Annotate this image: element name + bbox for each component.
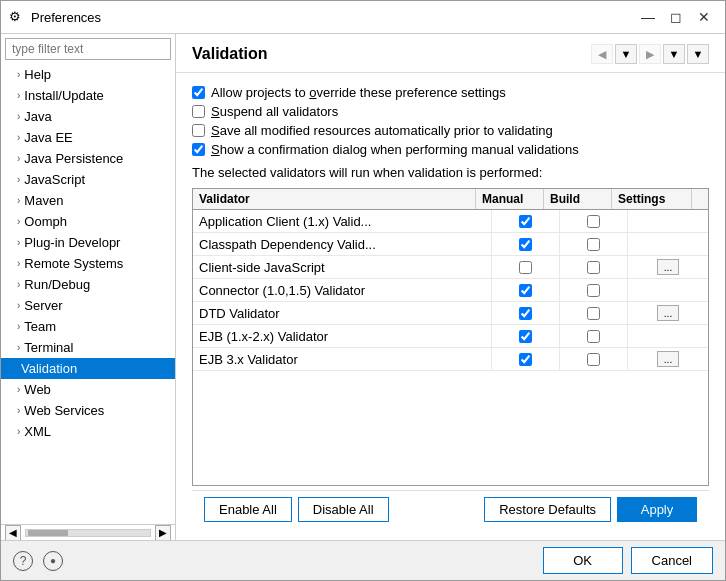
manual-checkbox[interactable] xyxy=(519,238,532,251)
right-panel: Validation ◀ ▼ ▶ ▼ ▼ Allow projects to o… xyxy=(176,34,725,540)
build-checkbox[interactable] xyxy=(587,238,600,251)
sidebar-tree: ›Help›Install/Update›Java›Java EE›Java P… xyxy=(1,64,175,524)
manual-checkbox[interactable] xyxy=(519,307,532,320)
cancel-button[interactable]: Cancel xyxy=(631,547,713,574)
cell-manual xyxy=(492,348,560,370)
footer-icons: ? ● xyxy=(13,551,63,571)
cell-settings: ... xyxy=(628,256,708,278)
enable-all-button[interactable]: Enable All xyxy=(204,497,292,522)
sidebar-item-label: Plug-in Developr xyxy=(24,235,120,250)
restore-defaults-button[interactable]: Restore Defaults xyxy=(484,497,611,522)
tree-arrow: › xyxy=(17,279,20,290)
back-button[interactable]: ◀ xyxy=(591,44,613,64)
back-dropdown-button[interactable]: ▼ xyxy=(615,44,637,64)
sidebar-item-remotesystems[interactable]: ›Remote Systems xyxy=(1,253,175,274)
sidebar-item-rundebug[interactable]: ›Run/Debug xyxy=(1,274,175,295)
sidebar-item-label: Java xyxy=(24,109,51,124)
manual-checkbox[interactable] xyxy=(519,353,532,366)
sidebar-item-javascript[interactable]: ›JavaScript xyxy=(1,169,175,190)
cell-build xyxy=(560,302,628,324)
settings-icon[interactable]: ● xyxy=(43,551,63,571)
confirmation-checkbox[interactable] xyxy=(192,143,205,156)
sidebar-item-webservices[interactable]: ›Web Services xyxy=(1,400,175,421)
build-checkbox[interactable] xyxy=(587,353,600,366)
maximize-button[interactable]: ◻ xyxy=(663,7,689,27)
sidebar-item-java[interactable]: ›Java xyxy=(1,106,175,127)
window-icon: ⚙ xyxy=(9,9,25,25)
settings-button[interactable]: ... xyxy=(657,259,679,275)
cell-name: Application Client (1.x) Valid... xyxy=(193,210,492,232)
tree-arrow: › xyxy=(17,69,20,80)
checkbox-row-4: Show a confirmation dialog when performi… xyxy=(192,142,709,157)
forward-dropdown-button[interactable]: ▼ xyxy=(663,44,685,64)
sidebar-item-oomph[interactable]: ›Oomph xyxy=(1,211,175,232)
override-label: Allow projects to override these prefere… xyxy=(211,85,506,100)
sidebar-item-label: Validation xyxy=(21,361,77,376)
scrollbar-track[interactable] xyxy=(25,529,151,537)
menu-button[interactable]: ▼ xyxy=(687,44,709,64)
build-checkbox[interactable] xyxy=(587,284,600,297)
tree-arrow: › xyxy=(17,321,20,332)
filter-input[interactable] xyxy=(5,38,171,60)
info-text: The selected validators will run when va… xyxy=(192,165,709,180)
sidebar-item-javapersistence[interactable]: ›Java Persistence xyxy=(1,148,175,169)
build-checkbox[interactable] xyxy=(587,261,600,274)
save-checkbox[interactable] xyxy=(192,124,205,137)
sidebar-item-label: Terminal xyxy=(24,340,73,355)
disable-all-button[interactable]: Disable All xyxy=(298,497,389,522)
sidebar-item-xml[interactable]: ›XML xyxy=(1,421,175,442)
sidebar-item-maven[interactable]: ›Maven xyxy=(1,190,175,211)
minimize-button[interactable]: — xyxy=(635,7,661,27)
cell-manual xyxy=(492,325,560,347)
build-checkbox[interactable] xyxy=(587,307,600,320)
table-bottom-bar: Enable All Disable All Restore Defaults … xyxy=(192,490,709,528)
sidebar-item-label: Run/Debug xyxy=(24,277,90,292)
tree-arrow: › xyxy=(17,258,20,269)
manual-checkbox[interactable] xyxy=(519,284,532,297)
build-checkbox[interactable] xyxy=(587,215,600,228)
cell-settings xyxy=(628,279,708,301)
build-checkbox[interactable] xyxy=(587,330,600,343)
sidebar-item-label: Team xyxy=(24,319,56,334)
manual-checkbox[interactable] xyxy=(519,215,532,228)
sidebar-item-installupdate[interactable]: ›Install/Update xyxy=(1,85,175,106)
suspend-checkbox[interactable] xyxy=(192,105,205,118)
cell-name: Client-side JavaScript xyxy=(193,256,492,278)
sidebar-item-label: Maven xyxy=(24,193,63,208)
manual-checkbox[interactable] xyxy=(519,261,532,274)
tree-arrow: › xyxy=(17,426,20,437)
close-button[interactable]: ✕ xyxy=(691,7,717,27)
sidebar-item-server[interactable]: ›Server xyxy=(1,295,175,316)
forward-button[interactable]: ▶ xyxy=(639,44,661,64)
sidebar-item-javaee[interactable]: ›Java EE xyxy=(1,127,175,148)
table-row: EJB 3.x Validator ... xyxy=(193,348,708,371)
sidebar-item-terminal[interactable]: ›Terminal xyxy=(1,337,175,358)
tree-arrow: › xyxy=(17,153,20,164)
sidebar-item-web[interactable]: ›Web xyxy=(1,379,175,400)
checkbox-row-1: Allow projects to override these prefere… xyxy=(192,85,709,100)
help-icon[interactable]: ? xyxy=(13,551,33,571)
col-build: Build xyxy=(544,189,612,209)
sidebar-item-label: Web Services xyxy=(24,403,104,418)
manual-checkbox[interactable] xyxy=(519,330,532,343)
settings-button[interactable]: ... xyxy=(657,305,679,321)
sidebar-item-validation[interactable]: Validation xyxy=(1,358,175,379)
sidebar-item-label: Help xyxy=(24,67,51,82)
cell-manual xyxy=(492,256,560,278)
sidebar-item-plugindevelopr[interactable]: ›Plug-in Developr xyxy=(1,232,175,253)
scroll-right-button[interactable]: ▶ xyxy=(155,525,171,541)
cell-manual xyxy=(492,279,560,301)
table-header: Validator Manual Build Settings xyxy=(193,189,708,210)
apply-button[interactable]: Apply xyxy=(617,497,697,522)
override-checkbox[interactable] xyxy=(192,86,205,99)
ok-button[interactable]: OK xyxy=(543,547,623,574)
col-settings: Settings xyxy=(612,189,692,209)
cell-name: EJB (1.x-2.x) Validator xyxy=(193,325,492,347)
settings-button[interactable]: ... xyxy=(657,351,679,367)
scroll-left-button[interactable]: ◀ xyxy=(5,525,21,541)
window-title: Preferences xyxy=(31,10,629,25)
tree-arrow: › xyxy=(17,384,20,395)
sidebar-item-help[interactable]: ›Help xyxy=(1,64,175,85)
table-row: Application Client (1.x) Valid... xyxy=(193,210,708,233)
sidebar-item-team[interactable]: ›Team xyxy=(1,316,175,337)
